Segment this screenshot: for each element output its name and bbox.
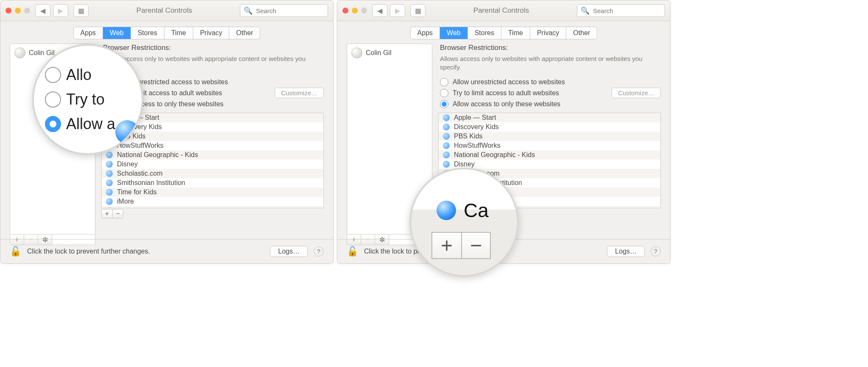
window-title: Parental Controls <box>431 6 572 15</box>
window-title: Parental Controls <box>94 6 235 15</box>
list-item[interactable]: Time for Kids <box>102 188 323 197</box>
globe-icon <box>106 207 113 208</box>
globe-icon <box>106 152 113 158</box>
section-description: Allows access only to websites with appr… <box>103 55 323 72</box>
zoom-dot[interactable] <box>361 8 367 14</box>
minimize-dot[interactable] <box>352 8 358 14</box>
tab-segment: Apps Web Stores Time Privacy Other <box>73 27 261 39</box>
nav-group: ◀ ▶ <box>372 4 405 17</box>
tab-stores[interactable]: Stores <box>131 27 164 39</box>
globe-icon <box>443 133 450 140</box>
section-heading: Browser Restrictions: <box>440 44 661 52</box>
user-name: Colin Gil <box>29 49 54 57</box>
radio-icon <box>440 100 448 108</box>
help-button[interactable]: ? <box>651 246 661 257</box>
list-item[interactable]: Discovery Kids <box>439 122 660 132</box>
logs-button[interactable]: Logs… <box>270 246 308 257</box>
close-dot[interactable] <box>342 8 348 14</box>
list-item[interactable]: National Geographic - Kids <box>439 150 660 160</box>
globe-icon <box>106 161 113 168</box>
back-button[interactable]: ◀ <box>372 4 387 17</box>
radio-only-these[interactable]: Allow access to only these websites <box>440 100 661 108</box>
list-add-button[interactable]: + <box>101 209 112 218</box>
lock-icon[interactable]: 🔓 <box>10 246 21 257</box>
avatar <box>351 47 362 58</box>
user-name: Colin Gil <box>366 49 391 57</box>
list-item[interactable]: National Geographic - Kids <box>102 150 323 160</box>
traffic-lights <box>6 8 30 14</box>
tab-web[interactable]: Web <box>103 27 131 39</box>
tab-privacy[interactable]: Privacy <box>193 27 229 39</box>
globe-icon <box>106 198 113 205</box>
tab-segment: Apps Web Stores Time Privacy Other <box>410 27 598 39</box>
back-button[interactable]: ◀ <box>35 4 50 17</box>
list-tools: + − <box>101 209 324 218</box>
avatar <box>14 47 25 58</box>
search-input[interactable] <box>592 7 674 15</box>
tab-apps[interactable]: Apps <box>74 27 103 39</box>
list-item[interactable]: HowStuffWorks <box>102 141 323 150</box>
radio-limit-adult[interactable]: Try to limit access to adult websites Cu… <box>440 89 661 97</box>
tab-stores[interactable]: Stores <box>468 27 501 39</box>
list-item[interactable]: Scholastic.com <box>102 169 323 178</box>
tab-other[interactable]: Other <box>566 27 597 39</box>
tab-web[interactable]: Web <box>440 27 468 39</box>
customize-button[interactable]: Customize… <box>612 88 661 98</box>
list-item[interactable]: Cartoon Network games <box>102 206 323 208</box>
magnifier-add-remove: Ca + − <box>409 168 519 277</box>
globe-icon <box>437 201 456 220</box>
section-heading: Browser Restrictions: <box>103 44 324 52</box>
radio-icon <box>440 78 448 86</box>
forward-button[interactable]: ▶ <box>53 4 68 17</box>
tabs-row: Apps Web Stores Time Privacy Other <box>337 21 670 44</box>
list-remove-button[interactable]: − <box>461 232 491 259</box>
user-row[interactable]: Colin Gil <box>347 46 432 60</box>
grid-button[interactable]: ▦ <box>410 4 426 17</box>
tab-other[interactable]: Other <box>229 27 260 39</box>
list-add-button[interactable]: + <box>431 232 461 259</box>
tab-time[interactable]: Time <box>501 27 530 39</box>
radio-icon <box>45 91 61 108</box>
tab-time[interactable]: Time <box>164 27 193 39</box>
help-button[interactable]: ? <box>314 246 324 257</box>
magnifier-radios: Allo Try to Allow a <box>32 44 143 155</box>
tabs-row: Apps Web Stores Time Privacy Other <box>0 21 333 44</box>
close-dot[interactable] <box>6 8 11 14</box>
list-item[interactable]: Smithsonian Institution <box>102 178 323 188</box>
customize-button[interactable]: Customize… <box>275 88 324 98</box>
search-field[interactable]: 🔍 <box>240 4 328 17</box>
nav-group: ◀ ▶ <box>35 4 68 17</box>
list-item[interactable]: Apple — Start <box>439 113 660 122</box>
list-item[interactable]: iMore <box>102 197 323 206</box>
titlebar: ◀ ▶ ▦ Parental Controls 🔍 <box>0 0 333 21</box>
globe-icon <box>443 114 450 121</box>
minimize-dot[interactable] <box>15 8 21 14</box>
footer: 🔓 Click the lock to prevent further chan… <box>0 239 333 263</box>
list-remove-button[interactable]: − <box>112 209 123 218</box>
list-item[interactable]: Disney <box>102 160 323 169</box>
list-item[interactable]: HowStuffWorks <box>439 141 660 150</box>
radio-icon <box>440 89 448 97</box>
globe-icon <box>443 142 450 149</box>
radio-unrestricted[interactable]: Allow unrestricted access to websites <box>440 78 661 86</box>
list-item[interactable]: PBS Kids <box>102 132 323 141</box>
globe-icon <box>106 170 113 177</box>
search-icon: 🔍 <box>244 6 253 15</box>
radio-icon <box>45 116 61 132</box>
search-icon: 🔍 <box>581 6 590 15</box>
globe-icon <box>443 124 450 130</box>
forward-button[interactable]: ▶ <box>390 4 405 17</box>
lock-hint: Click the lock to prevent further change… <box>27 248 264 255</box>
search-field[interactable]: 🔍 <box>577 4 665 17</box>
globe-icon <box>443 152 450 158</box>
section-description: Allows access only to websites with appr… <box>440 55 660 72</box>
tab-privacy[interactable]: Privacy <box>530 27 566 39</box>
tab-apps[interactable]: Apps <box>411 27 440 39</box>
logs-button[interactable]: Logs… <box>607 246 645 257</box>
grid-button[interactable]: ▦ <box>73 4 89 17</box>
list-item[interactable]: PBS Kids <box>439 132 660 141</box>
zoom-dot[interactable] <box>24 8 30 14</box>
list-item[interactable]: Disney <box>439 160 660 169</box>
search-input[interactable] <box>255 7 337 15</box>
lock-icon[interactable]: 🔓 <box>347 246 358 257</box>
